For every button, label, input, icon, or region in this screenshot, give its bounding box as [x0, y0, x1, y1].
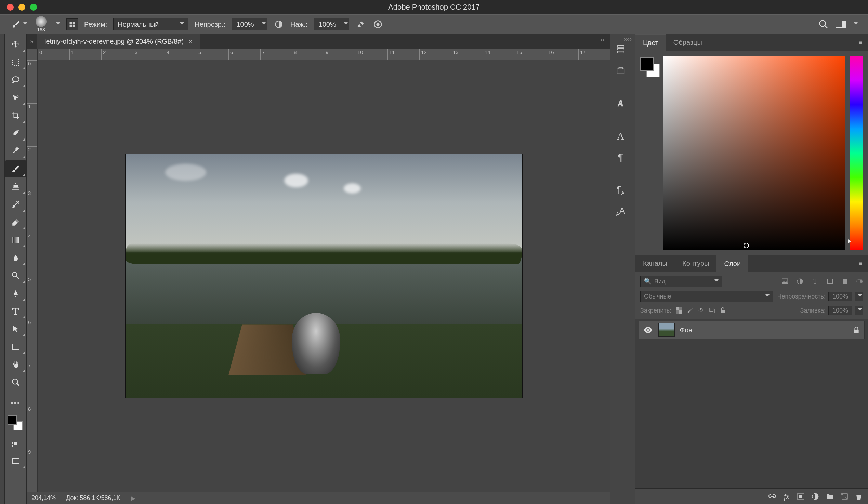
- dodge-tool[interactable]: [6, 267, 26, 284]
- eraser-tool[interactable]: [6, 214, 26, 231]
- lock-position-icon[interactable]: [698, 307, 704, 314]
- pressure-opacity-toggle[interactable]: [273, 19, 284, 30]
- char-styles-panel-icon[interactable]: ¶A: [614, 183, 628, 197]
- opacity-input[interactable]: 100%: [231, 18, 267, 30]
- zoom-tool[interactable]: [6, 374, 26, 391]
- eyedropper-tool[interactable]: [6, 125, 26, 142]
- zoom-level[interactable]: 204,14%: [31, 494, 56, 502]
- layer-group-icon[interactable]: [826, 493, 834, 500]
- edit-toolbar-button[interactable]: •••: [6, 395, 26, 412]
- lock-all-icon[interactable]: [720, 307, 725, 314]
- close-tab-icon[interactable]: ×: [188, 38, 193, 45]
- workspace-switcher[interactable]: [835, 19, 846, 30]
- ruler-vertical[interactable]: 0123456789: [27, 60, 38, 492]
- crop-tool[interactable]: [6, 107, 26, 124]
- paragraph-panel-icon[interactable]: ¶: [614, 150, 628, 164]
- document-tab[interactable]: letniy-otdyih-v-derevne.jpg @ 204% (RGB/…: [37, 34, 200, 49]
- color-fg-bg-swatches[interactable]: [640, 57, 659, 76]
- layer-blend-mode-select[interactable]: Обычные: [640, 291, 773, 302]
- color-panel: [636, 51, 868, 255]
- filter-shape-icon[interactable]: [826, 277, 835, 286]
- tab-paths[interactable]: Контуры: [675, 255, 716, 272]
- tab-color[interactable]: Цвет: [636, 34, 666, 51]
- layer-filter-select[interactable]: 🔍 Вид: [640, 276, 722, 287]
- status-arrow-icon[interactable]: ▶: [131, 494, 135, 502]
- marquee-tool[interactable]: [6, 54, 26, 71]
- filter-toggle-switch[interactable]: [856, 279, 863, 283]
- lasso-tool[interactable]: [6, 72, 26, 88]
- color-field[interactable]: [663, 56, 845, 250]
- brush-tool[interactable]: [6, 160, 26, 177]
- minimize-window-button[interactable]: [19, 4, 25, 11]
- layer-mask-icon[interactable]: [797, 493, 804, 500]
- layer-row[interactable]: Фон: [639, 321, 865, 339]
- healing-brush-tool[interactable]: [6, 143, 26, 160]
- move-tool[interactable]: [6, 36, 26, 53]
- clone-stamp-tool[interactable]: [6, 178, 26, 195]
- layer-fill-value[interactable]: 100%: [828, 306, 852, 315]
- layers-panel-menu-icon[interactable]: ≡: [853, 255, 868, 272]
- filter-adjust-icon[interactable]: [796, 277, 804, 286]
- ruler-horizontal[interactable]: 01234567891011121314151617: [38, 49, 610, 60]
- lock-transparency-icon[interactable]: [676, 307, 682, 314]
- tab-channels[interactable]: Каналы: [636, 255, 675, 272]
- doc-tabs-handle[interactable]: »: [27, 34, 37, 49]
- character-panel-icon[interactable]: A: [614, 129, 628, 143]
- pen-tool[interactable]: [6, 285, 26, 302]
- flow-input[interactable]: 100%: [313, 18, 349, 30]
- search-icon[interactable]: [818, 19, 829, 30]
- layer-opacity-value[interactable]: 100%: [828, 292, 852, 301]
- tab-layers[interactable]: Слои: [716, 255, 748, 272]
- glyphs-panel-icon[interactable]: [614, 96, 628, 110]
- close-window-button[interactable]: [7, 4, 14, 11]
- screen-mode-toggle[interactable]: [6, 453, 26, 470]
- layer-opacity-dropdown-icon[interactable]: [855, 292, 863, 301]
- history-panel-icon[interactable]: [614, 42, 628, 56]
- foreground-color[interactable]: [8, 416, 17, 425]
- blur-tool[interactable]: [6, 249, 26, 266]
- blend-mode-select[interactable]: Нормальный: [113, 18, 188, 30]
- canvas-viewport[interactable]: [38, 60, 610, 492]
- adjustment-layer-icon[interactable]: [812, 493, 819, 500]
- link-layers-icon[interactable]: [768, 494, 776, 499]
- pressure-size-toggle[interactable]: [372, 19, 383, 30]
- brush-panel-toggle[interactable]: [66, 19, 78, 30]
- hue-slider[interactable]: [849, 56, 863, 250]
- filter-smart-icon[interactable]: [841, 277, 849, 286]
- gradient-tool[interactable]: [6, 231, 26, 249]
- quick-mask-toggle[interactable]: [6, 435, 26, 452]
- collapse-panels-icon[interactable]: ››: [628, 35, 632, 43]
- lock-label: Закрепить:: [640, 307, 671, 314]
- history-brush-tool[interactable]: [6, 196, 26, 213]
- filter-type-icon[interactable]: T: [810, 277, 819, 286]
- maximize-window-button[interactable]: [30, 4, 37, 11]
- brush-preset-picker[interactable]: 163: [33, 16, 49, 32]
- layer-visibility-icon[interactable]: [644, 327, 653, 333]
- rectangle-tool[interactable]: [6, 338, 26, 355]
- path-selection-tool[interactable]: [6, 321, 26, 337]
- color-swatches[interactable]: [5, 414, 26, 434]
- tab-swatches[interactable]: Образцы: [666, 34, 710, 51]
- delete-layer-icon[interactable]: [856, 493, 862, 500]
- current-tool-indicator[interactable]: [10, 19, 27, 30]
- lock-artboard-icon[interactable]: [709, 307, 715, 314]
- properties-panel-icon[interactable]: [614, 64, 628, 77]
- quick-selection-tool[interactable]: [6, 89, 26, 106]
- lock-pixels-icon[interactable]: [687, 307, 693, 314]
- hue-slider-thumb[interactable]: [848, 239, 851, 243]
- layer-thumbnail[interactable]: [658, 323, 675, 337]
- mode-label: Режим:: [84, 21, 107, 28]
- filter-pixel-icon[interactable]: [781, 277, 789, 286]
- para-styles-panel-icon[interactable]: AA: [614, 204, 628, 218]
- type-tool[interactable]: T: [6, 303, 26, 320]
- fg-color-swatch[interactable]: [640, 57, 654, 71]
- color-panel-menu-icon[interactable]: ≡: [853, 34, 868, 51]
- layer-effects-icon[interactable]: fx: [784, 492, 789, 501]
- new-layer-icon[interactable]: [841, 493, 848, 500]
- ruler-origin[interactable]: [27, 49, 38, 60]
- hand-tool[interactable]: [6, 356, 26, 373]
- collapse-doc-tabs-icon[interactable]: ‹‹: [599, 34, 607, 45]
- layer-locked-icon[interactable]: [853, 327, 859, 333]
- layer-fill-dropdown-icon[interactable]: [855, 306, 863, 315]
- airbrush-toggle[interactable]: [355, 19, 366, 30]
